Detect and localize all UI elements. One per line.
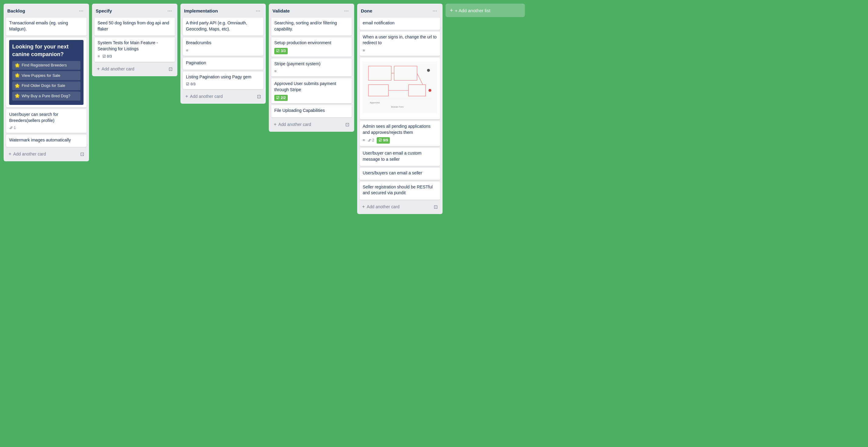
sun-icon: 🌟: [14, 93, 20, 99]
column-validate: Validate···Searching, sorting and/or fil…: [269, 4, 354, 132]
add-card-button[interactable]: + Add another card ⊡: [94, 64, 175, 74]
card[interactable]: Seller registration should be RESTful an…: [360, 182, 440, 200]
checklist-badge: ☑3/3: [274, 48, 288, 54]
card-meta: 🖇 1: [9, 125, 84, 130]
checklist-icon: ☑: [276, 49, 279, 54]
card[interactable]: System Tests for Main Feature - Searchin…: [94, 37, 175, 62]
column-specify: Specify···Seed 50 dog listings from dog …: [92, 4, 177, 76]
card[interactable]: Transactional emails (eg. using Mailgun)…: [6, 18, 87, 36]
card-meta: [186, 48, 260, 53]
column-header: Done···: [360, 6, 440, 16]
description-icon: [363, 48, 365, 53]
card-text: Searching, sorting and/or filtering capa…: [274, 20, 349, 32]
card-meta: [274, 69, 349, 74]
card[interactable]: User/buyer can email a custom message to…: [360, 148, 440, 166]
add-card-button[interactable]: + Add another card ⊡: [183, 92, 263, 101]
plus-icon: +: [97, 66, 100, 72]
card-text: Admin sees all pending applications and …: [363, 123, 437, 136]
card-text: email notification: [363, 20, 437, 26]
card[interactable]: Listing Pagination using Pagy gem☑ 0/3: [183, 72, 263, 89]
card[interactable]: Users/buyers can email a seller: [360, 168, 440, 180]
card[interactable]: Approved User submits payment through St…: [271, 78, 352, 103]
template-icon: ⊡: [80, 151, 84, 157]
column-header: Specify···: [94, 6, 175, 16]
card-meta: ☑ 0/3: [186, 82, 260, 87]
card-text: Breadcrumbs: [186, 40, 260, 46]
checklist-count: 0/3: [107, 54, 112, 59]
card[interactable]: Stripe (payment system): [271, 59, 352, 77]
sketch-image: Approved Breeder Form: [363, 60, 437, 115]
add-card-label: Add another card: [101, 66, 134, 71]
card-text: Seller registration should be RESTful an…: [363, 184, 437, 196]
sun-icon: 🌟: [14, 83, 20, 89]
plus-icon: +: [450, 7, 453, 14]
card-text: Pagination: [186, 60, 260, 66]
card-text: Watermark images automatically: [9, 137, 84, 143]
checklist-count-badge: ☑ 0/3: [186, 82, 196, 87]
card[interactable]: Watermark images automatically: [6, 135, 87, 147]
plus-icon: +: [274, 122, 276, 127]
plus-icon: +: [185, 94, 188, 99]
add-card-button[interactable]: + Add another card ⊡: [6, 149, 87, 159]
column-menu-button[interactable]: ···: [165, 7, 174, 14]
svg-text:Approved: Approved: [370, 101, 379, 104]
card[interactable]: File Uploading Capabilities: [271, 105, 352, 117]
sun-icon: 🌟: [14, 62, 20, 69]
card[interactable]: User/buyer can search for Breeders(selle…: [6, 109, 87, 133]
checklist-count: 3/3: [281, 49, 286, 54]
add-column-button[interactable]: + + Add another list: [445, 4, 525, 17]
add-card-label: Add another card: [13, 152, 46, 156]
card[interactable]: Breadcrumbs: [183, 37, 263, 56]
card[interactable]: When a user signs in, change the url to …: [360, 32, 440, 56]
add-card-button[interactable]: + Add another card ⊡: [271, 120, 352, 129]
card[interactable]: Looking for your next canine companion?🌟…: [6, 37, 87, 107]
card[interactable]: Setup production environment☑3/3: [271, 37, 352, 56]
add-card-label: Add another card: [367, 204, 399, 209]
add-card-label: Add another card: [278, 122, 311, 127]
dog-ad-link[interactable]: 🌟View Puppies for Sale: [12, 71, 81, 80]
checklist-icon: ☑: [276, 95, 279, 100]
paperclip-count: 1: [14, 126, 16, 130]
template-icon: ⊡: [168, 66, 173, 72]
column-title: Implementation: [184, 8, 218, 13]
card[interactable]: Searching, sorting and/or filtering capa…: [271, 18, 352, 36]
description-icon: [97, 54, 100, 59]
card-text: Seed 50 dog listings from dog api and ff…: [97, 20, 172, 32]
column-done: Done···email notificationWhen a user sig…: [357, 4, 442, 214]
card-text: Users/buyers can email a seller: [363, 170, 437, 176]
card[interactable]: Admin sees all pending applications and …: [360, 121, 440, 146]
card[interactable]: A third party API (e.g. Omniauth, Geocod…: [183, 18, 263, 36]
template-icon: ⊡: [434, 204, 438, 210]
card[interactable]: Approved Breeder Form: [360, 58, 440, 119]
card-text: Transactional emails (eg. using Mailgun)…: [9, 20, 84, 32]
template-icon: ⊡: [345, 122, 349, 127]
svg-point-9: [429, 89, 431, 92]
column-menu-button[interactable]: ···: [254, 7, 262, 14]
card[interactable]: email notification: [360, 18, 440, 30]
column-menu-button[interactable]: ···: [342, 7, 350, 14]
card[interactable]: Seed 50 dog listings from dog api and ff…: [94, 18, 175, 36]
card-meta: ☑3/3: [274, 48, 349, 54]
card[interactable]: Pagination: [183, 58, 263, 70]
column-title: Backlog: [7, 8, 25, 13]
add-card-button[interactable]: + Add another card ⊡: [360, 202, 440, 212]
card-meta: ☑ 0/3: [97, 54, 172, 59]
svg-point-8: [427, 69, 430, 72]
paperclip-icon: 🖇 1: [9, 125, 16, 130]
description-icon: [363, 138, 365, 143]
template-icon: ⊡: [257, 94, 261, 99]
card-meta: [363, 48, 437, 53]
checklist-count: 0/3: [190, 82, 196, 87]
dog-ad-link[interactable]: 🌟Find Older Dogs for Sale: [12, 82, 81, 91]
column-title: Validate: [273, 8, 290, 13]
column-backlog: Backlog···Transactional emails (eg. usin…: [4, 4, 89, 161]
dog-ad-link[interactable]: 🌟Why Buy a Pure Bred Dog?: [12, 91, 81, 100]
dog-ad-link[interactable]: 🌟Find Registered Breeders: [12, 61, 81, 70]
column-title: Done: [361, 8, 372, 13]
column-menu-button[interactable]: ···: [431, 7, 439, 14]
column-menu-button[interactable]: ···: [77, 7, 85, 14]
checklist-badge: ☑9/9: [377, 137, 390, 144]
checklist-icon: ☑: [378, 138, 382, 143]
checklist-icon: ☑: [102, 54, 106, 59]
column-implementation: Implementation···A third party API (e.g.…: [180, 4, 266, 104]
